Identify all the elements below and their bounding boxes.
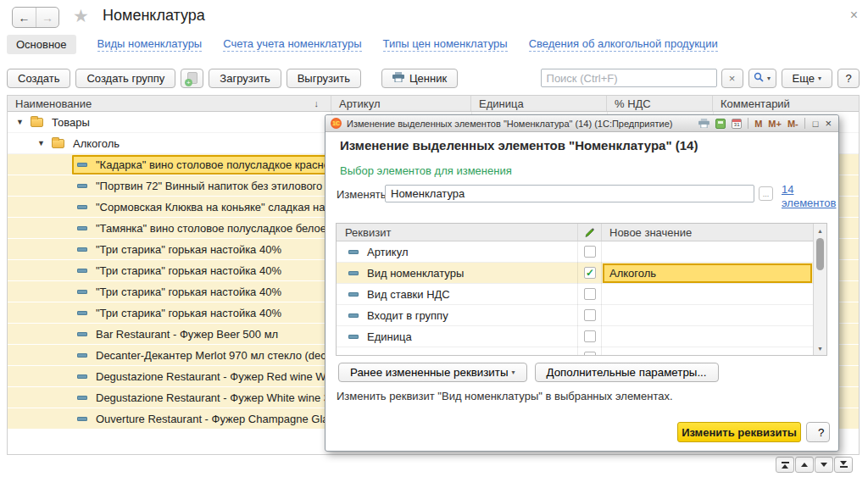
- scrollbar[interactable]: ▲ ▼: [813, 224, 826, 355]
- tab-link-accounts[interactable]: Счета учета номенклатуры: [223, 37, 361, 52]
- column-header-comment[interactable]: Комментарий: [713, 96, 859, 111]
- attribute-row[interactable]: Вид номенклатуры✓Алкоголь: [337, 263, 826, 284]
- maximize-icon[interactable]: □: [813, 119, 819, 129]
- item-icon: [77, 163, 87, 167]
- attribute-label: Единица: [367, 330, 412, 343]
- dialog-help-button[interactable]: ?: [806, 422, 830, 442]
- attribute-icon: [348, 271, 359, 275]
- item-label: Degustazione Restaurant - Фужер Red wine…: [96, 370, 329, 383]
- selected-elements-link[interactable]: 14элементов: [782, 183, 834, 211]
- arrow-down-icon: [821, 463, 827, 467]
- attribute-checkbox[interactable]: [584, 309, 596, 321]
- attribute-row[interactable]: Входит в группу: [337, 305, 826, 326]
- expand-collapse-icon[interactable]: ▼: [16, 118, 25, 126]
- printer-icon[interactable]: [698, 119, 709, 128]
- attribute-row[interactable]: Единица: [337, 326, 826, 347]
- scroll-down-icon[interactable]: ▼: [814, 342, 826, 354]
- new-value-cell[interactable]: Алкоголь: [603, 263, 812, 283]
- item-icon: [77, 396, 87, 400]
- additional-params-button[interactable]: Дополнительные параметры...: [535, 363, 719, 382]
- choose-button[interactable]: ...: [759, 186, 773, 201]
- column-header-unit[interactable]: Единица: [471, 96, 607, 111]
- tab-link-price-types[interactable]: Типы цен номенклатуры: [383, 37, 508, 52]
- copy-document-icon: [187, 72, 198, 84]
- attributes-table-header: Реквизит Новое значение: [337, 224, 826, 241]
- calendar-icon[interactable]: 31: [732, 119, 742, 129]
- back-button[interactable]: ←: [13, 8, 36, 27]
- search-input[interactable]: [541, 69, 717, 87]
- column-header-attribute[interactable]: Реквизит: [337, 226, 577, 239]
- more-button[interactable]: Еще ▾: [782, 69, 832, 88]
- attribute-checkbox[interactable]: [584, 352, 596, 356]
- check-icon: ✓: [586, 268, 594, 278]
- expand-collapse-icon[interactable]: ▼: [37, 139, 46, 147]
- item-icon: [77, 353, 87, 358]
- attribute-icon: [348, 335, 359, 339]
- column-header-article[interactable]: Артикул: [331, 96, 471, 111]
- item-icon: [77, 374, 87, 379]
- search-clear-button[interactable]: ×: [721, 69, 743, 88]
- create-group-button[interactable]: Создать группу: [75, 69, 175, 88]
- previously-changed-attrs-button[interactable]: Ранее измененные реквизиты ▾: [338, 363, 527, 382]
- unload-button[interactable]: Выгрузить: [287, 69, 361, 88]
- attributes-table: Реквизит Новое значение АртикулВид номен…: [336, 223, 827, 356]
- scroll-to-top-button[interactable]: [776, 457, 794, 473]
- column-divider: [577, 224, 578, 241]
- tab-link-alcohol-info[interactable]: Сведения об алкогольной продукции: [529, 37, 718, 52]
- create-button[interactable]: Создать: [7, 69, 70, 88]
- column-divider: [601, 241, 602, 356]
- copy-item-button[interactable]: [181, 69, 203, 88]
- attribute-checkbox[interactable]: [584, 246, 596, 258]
- row-up-button[interactable]: [795, 457, 814, 473]
- apply-changes-button[interactable]: Изменить реквизиты: [677, 422, 801, 442]
- attribute-row[interactable]: Вид ставки НДС: [337, 284, 826, 305]
- dialog-close-icon[interactable]: ×: [825, 117, 832, 130]
- search-options-button[interactable]: ▾: [748, 69, 776, 88]
- tab-main[interactable]: Основное: [7, 35, 76, 54]
- calculator-icon[interactable]: [715, 119, 726, 129]
- favorite-star-icon[interactable]: ★: [73, 6, 89, 26]
- column-header-name[interactable]: Наименование ↓: [8, 96, 331, 111]
- magnifier-icon: [754, 72, 764, 85]
- item-icon: [77, 184, 87, 188]
- item-label: "Тамянка" вино столовое полусладкое бело…: [96, 222, 329, 235]
- memory-button[interactable]: M: [754, 119, 762, 129]
- memory-plus-button[interactable]: M+: [768, 119, 782, 129]
- scroll-up-icon[interactable]: ▲: [814, 225, 826, 236]
- command-bar: Создать Создать группу Загрузить Выгрузи…: [7, 68, 860, 88]
- app-window: ← → ★ Номенклатура × Основное Виды номен…: [0, 0, 868, 477]
- attribute-row[interactable]: Артикул: [337, 241, 826, 263]
- memory-minus-button[interactable]: M-: [787, 119, 798, 129]
- item-label: Degustazione Restaurant - Фужер White wi…: [96, 391, 329, 404]
- row-down-button[interactable]: [815, 457, 833, 473]
- forward-button[interactable]: →: [36, 8, 58, 27]
- dialog-buttons: Ранее измененные реквизиты ▾ Дополнитель…: [338, 363, 719, 382]
- column-header-vat[interactable]: % НДС: [607, 96, 713, 111]
- item-icon: [77, 290, 87, 294]
- bulk-edit-dialog: 1С Изменение выделенных элементов "Номен…: [325, 114, 839, 452]
- close-icon[interactable]: ×: [850, 8, 858, 23]
- folder-icon: [31, 118, 43, 127]
- attribute-checkbox[interactable]: [584, 288, 596, 300]
- scroll-to-bottom-button[interactable]: [834, 457, 853, 473]
- price-tag-button[interactable]: Ценник: [381, 69, 458, 88]
- attribute-row[interactable]: [337, 347, 826, 356]
- help-button[interactable]: ?: [837, 69, 860, 88]
- dialog-titlebar[interactable]: 1С Изменение выделенных элементов "Номен…: [326, 115, 838, 132]
- chevron-down-icon: ▾: [767, 75, 771, 82]
- scrollbar-thumb[interactable]: [816, 238, 824, 270]
- attribute-checkbox[interactable]: ✓: [584, 267, 596, 279]
- column-divider: [577, 241, 578, 356]
- attributes-table-body: АртикулВид номенклатуры✓АлкогольВид став…: [337, 241, 826, 356]
- attribute-label: Вид ставки НДС: [367, 288, 450, 301]
- item-label: Ouverture Restaurant - Фужер Champagne G…: [96, 413, 329, 425]
- column-header-new-value[interactable]: Новое значение: [601, 226, 692, 239]
- change-target-input[interactable]: [385, 185, 754, 202]
- printer-icon: [392, 72, 404, 85]
- tab-link-nomenclature-kinds[interactable]: Виды номенклатуры: [97, 37, 203, 52]
- attribute-label: Входит в группу: [367, 309, 448, 322]
- load-button[interactable]: Загрузить: [209, 69, 281, 88]
- sort-descending-icon: ↓: [314, 98, 320, 108]
- attribute-icon: [348, 292, 359, 297]
- attribute-checkbox[interactable]: [584, 330, 596, 342]
